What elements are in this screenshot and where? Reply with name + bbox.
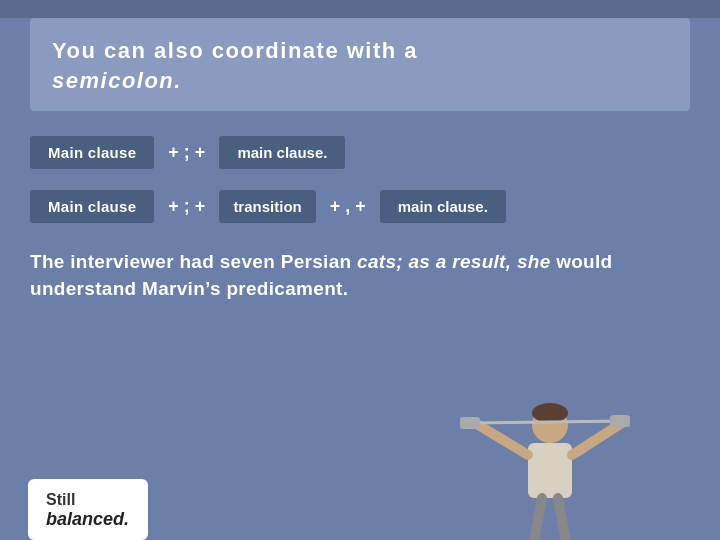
svg-rect-8: [460, 417, 480, 429]
result-box-1: main clause.: [219, 136, 345, 169]
still-label: Still: [46, 491, 130, 509]
header-text: You can also coordinate with a semicolon…: [52, 36, 668, 95]
main-clause-label-2: Main clause: [30, 190, 154, 223]
slide: You can also coordinate with a semicolon…: [0, 18, 720, 540]
operator-1: + ; +: [164, 142, 209, 163]
svg-line-5: [532, 498, 542, 540]
clause-row-1: Main clause + ; + main clause.: [30, 129, 690, 175]
operator-2: + ; +: [164, 196, 209, 217]
svg-rect-9: [610, 415, 630, 427]
still-balanced-box: Still balanced.: [28, 479, 148, 540]
balanced-label: balanced.: [46, 509, 130, 530]
bottom-area: Still balanced.: [0, 398, 720, 540]
operator-3: + , +: [326, 196, 370, 217]
svg-line-6: [558, 498, 568, 540]
main-clause-label-1: Main clause: [30, 136, 154, 169]
person-figure: [420, 403, 640, 540]
example-section: The interviewer had seven Persian cats; …: [30, 249, 690, 302]
clause-row-2: Main clause + ; + transition + , + main …: [30, 183, 690, 229]
transition-box: transition: [219, 190, 315, 223]
header-box: You can also coordinate with a semicolon…: [30, 18, 690, 111]
person-svg: [420, 403, 640, 540]
svg-line-3: [475, 423, 528, 455]
clause-rows: Main clause + ; + main clause. Main clau…: [30, 129, 690, 229]
svg-point-1: [532, 403, 568, 423]
header-line2: semicolon.: [52, 68, 182, 93]
example-italic: cats; as a result, she: [357, 251, 551, 272]
svg-rect-2: [528, 443, 572, 498]
header-line1: You can also coordinate with a: [52, 38, 418, 63]
example-text-before: The interviewer had seven Persian: [30, 251, 357, 272]
svg-line-7: [475, 421, 625, 423]
result-box-2: main clause.: [380, 190, 506, 223]
example-text: The interviewer had seven Persian cats; …: [30, 249, 690, 302]
